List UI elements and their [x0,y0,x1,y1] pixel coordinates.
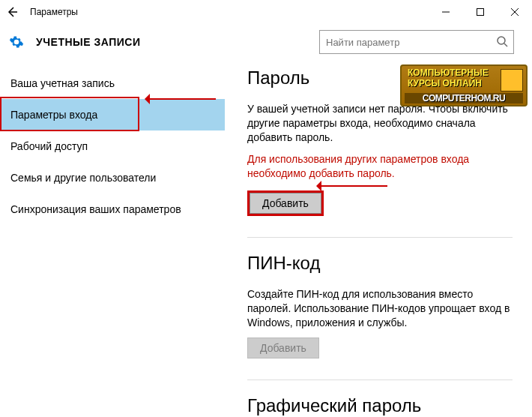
add-password-button[interactable]: Добавить [250,193,321,214]
sidebar-item-sync[interactable]: Синхронизация ваших параметров [0,194,225,225]
search-input[interactable] [319,30,514,54]
window-controls [429,0,532,24]
sidebar: Ваша учетная запись Параметры входа Рабо… [0,60,225,416]
section-title-picture-password: Графический пароль [247,395,513,416]
arrow-left-icon [6,6,18,18]
minimize-button[interactable] [429,0,463,24]
sidebar-item-label: Синхронизация ваших параметров [10,203,181,215]
section-title-pin: ПИН-код [247,253,513,274]
sidebar-item-signin-options[interactable]: Параметры входа [0,99,225,130]
content: Пароль У вашей учетной записи нет пароля… [225,60,532,416]
badge-line2: КУРСЫ ОНЛАЙН [408,78,482,88]
close-button[interactable] [498,0,532,24]
annotation-arrow [148,98,216,100]
divider [247,380,513,380]
divider [247,237,513,238]
back-button[interactable] [0,0,24,24]
sidebar-item-work-access[interactable]: Рабочий доступ [0,130,225,162]
password-description: У вашей учетной записи нет пароля. Чтобы… [247,102,513,145]
badge-url: COMPUTERHOM.RU [405,93,523,104]
annotation-highlight-box: Добавить [247,190,324,216]
sidebar-item-label: Семья и другие пользователи [10,172,156,184]
annotation-arrow [320,185,387,187]
sidebar-item-label: Ваша учетная запись [10,77,115,89]
header-row: УЧЕТНЫЕ ЗАПИСИ [0,24,532,60]
window-title: Параметры [24,7,78,17]
svg-point-5 [498,37,505,44]
password-warning: Для использования других параметров вход… [247,152,513,181]
search-wrap [319,30,514,54]
body: Ваша учетная запись Параметры входа Рабо… [0,60,532,416]
sidebar-item-family[interactable]: Семья и другие пользователи [0,162,225,194]
titlebar: Параметры [0,0,532,24]
badge-line1: КОМПЬЮТЕРНЫЕ [408,68,489,78]
badge-logo-icon [501,69,523,92]
search-icon [496,35,508,50]
svg-line-6 [504,44,507,46]
maximize-button[interactable] [463,0,498,24]
sidebar-item-account[interactable]: Ваша учетная запись [0,68,225,99]
gear-icon [7,33,25,51]
watermark-badge: КОМПЬЮТЕРНЫЕ КУРСЫ ОНЛАЙН COMPUTERHOM.RU [400,64,528,106]
sidebar-item-label: Рабочий доступ [10,140,88,152]
sidebar-item-label: Параметры входа [10,109,97,121]
pin-description: Создайте ПИН-код для использования вмест… [247,287,513,330]
add-pin-button: Добавить [247,338,319,358]
page-title: УЧЕТНЫЕ ЗАПИСИ [25,36,140,48]
svg-rect-2 [477,8,484,15]
